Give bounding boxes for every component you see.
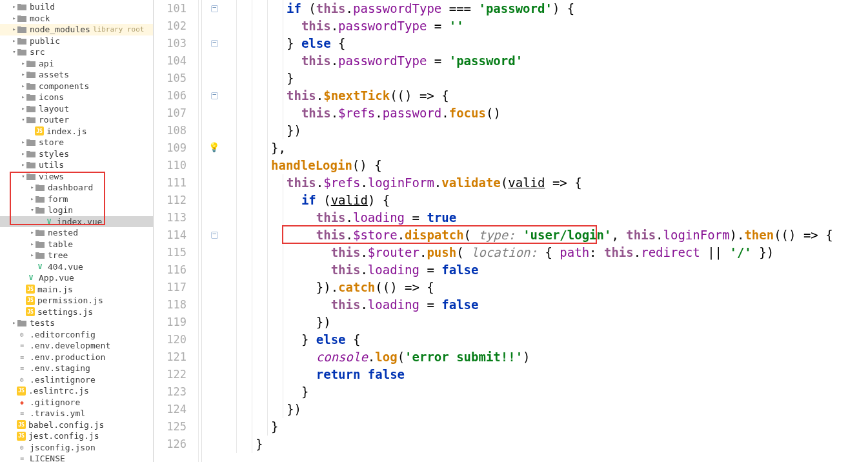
tree-item[interactable]: JSjest.config.js xyxy=(0,430,153,442)
tree-item[interactable]: ▾router xyxy=(0,114,153,126)
expand-arrow-icon[interactable]: ▸ xyxy=(21,137,26,148)
code-line[interactable]: return false xyxy=(225,366,868,383)
code-line[interactable]: }) xyxy=(225,401,868,418)
code-line[interactable]: this.$store.dispatch( type: 'user/login'… xyxy=(225,226,868,244)
code-line[interactable]: } else { xyxy=(225,331,868,348)
tree-item[interactable]: ▸styles xyxy=(0,148,153,160)
expand-arrow-icon[interactable]: ▸ xyxy=(21,69,26,81)
expand-arrow-icon[interactable]: ▸ xyxy=(21,58,26,70)
code-line[interactable]: } xyxy=(225,70,868,87)
tree-item[interactable]: ≡.env.development xyxy=(0,340,153,352)
tree-item[interactable]: VApp.vue xyxy=(0,272,153,284)
tree-item[interactable]: ▸nested xyxy=(0,227,153,239)
code-line[interactable]: console.log('error submit!!') xyxy=(225,348,868,366)
expand-arrow-icon[interactable]: ▸ xyxy=(21,81,26,92)
tree-item[interactable]: ▸icons xyxy=(0,92,153,103)
code-line[interactable]: } xyxy=(225,418,868,436)
fold-toggle-icon[interactable] xyxy=(211,92,218,99)
expand-arrow-icon[interactable]: ▸ xyxy=(12,13,17,25)
tree-item[interactable]: JSpermission.js xyxy=(0,295,153,306)
tree-item[interactable]: ▾views xyxy=(0,171,153,183)
expand-arrow-icon[interactable]: ▸ xyxy=(30,227,35,239)
tree-item[interactable]: ≡.travis.yml xyxy=(0,408,153,419)
code-line[interactable]: }) xyxy=(225,314,868,331)
tree-item[interactable]: JSbabel.config.js xyxy=(0,419,153,431)
tree-item[interactable]: ⚙.eslintignore xyxy=(0,374,153,386)
tree-item[interactable]: ▸store xyxy=(0,137,153,148)
expand-arrow-icon[interactable]: ▸ xyxy=(30,194,35,205)
tree-item[interactable]: ▸layout xyxy=(0,103,153,115)
code-line[interactable]: }) xyxy=(225,122,868,139)
code-line[interactable]: this.passwordType = '' xyxy=(225,17,868,35)
tree-item[interactable]: ▾login xyxy=(0,205,153,216)
expand-arrow-icon[interactable]: ▾ xyxy=(21,171,26,183)
tree-item-label: .env.staging xyxy=(30,363,90,374)
tree-item[interactable]: ▸tests xyxy=(0,317,153,329)
expand-arrow-icon[interactable]: ▸ xyxy=(21,103,26,115)
expand-arrow-icon[interactable]: ▸ xyxy=(21,148,26,160)
expand-arrow-icon[interactable]: ▸ xyxy=(21,159,26,171)
tree-item[interactable]: ⚙jsconfig.json xyxy=(0,442,153,454)
file-tree-sidebar[interactable]: ▸build▸mock▸node_moduleslibrary root▸pub… xyxy=(0,0,154,462)
fold-toggle-icon[interactable] xyxy=(211,5,218,12)
code-line[interactable]: this.$refs.loginForm.validate(valid => { xyxy=(225,174,868,192)
code-line[interactable]: } else { xyxy=(225,35,868,52)
tree-item[interactable]: ≡LICENSE xyxy=(0,453,153,462)
tree-item[interactable]: ▸mock xyxy=(0,13,153,25)
code-line[interactable]: this.passwordType = 'password' xyxy=(225,52,868,70)
expand-arrow-icon[interactable]: ▾ xyxy=(12,46,17,58)
code-line[interactable]: } xyxy=(225,383,868,401)
tree-item[interactable]: ▸form xyxy=(0,194,153,205)
tree-item[interactable]: ▸node_moduleslibrary root xyxy=(0,24,153,35)
file-tree[interactable]: ▸build▸mock▸node_moduleslibrary root▸pub… xyxy=(0,0,153,462)
tree-item[interactable]: ▸table xyxy=(0,239,153,250)
expand-arrow-icon[interactable]: ▸ xyxy=(21,92,26,103)
expand-arrow-icon[interactable]: ▸ xyxy=(12,317,17,329)
tree-item[interactable]: JS.eslintrc.js xyxy=(0,385,153,397)
tree-item[interactable]: Vindex.vue xyxy=(0,216,153,228)
code-line[interactable]: if (this.passwordType === 'password') { xyxy=(225,0,868,17)
expand-arrow-icon[interactable]: ▸ xyxy=(12,24,17,35)
lightbulb-icon[interactable]: 💡 xyxy=(208,142,219,152)
tree-item[interactable]: ▸utils xyxy=(0,159,153,171)
code-line[interactable]: this.$router.push( location: { path: thi… xyxy=(225,244,868,261)
code-line[interactable]: }, xyxy=(225,139,868,157)
tree-item[interactable]: ▸assets xyxy=(0,69,153,81)
code-line[interactable]: this.$refs.password.focus() xyxy=(225,105,868,122)
code-line[interactable]: }).catch(() => { xyxy=(225,279,868,296)
code-line[interactable]: if (valid) { xyxy=(225,192,868,209)
tree-item[interactable]: JSmain.js xyxy=(0,284,153,296)
tree-item[interactable]: JSsettings.js xyxy=(0,306,153,318)
tree-item[interactable]: ▾src xyxy=(0,46,153,58)
code-line[interactable]: handleLogin() { xyxy=(225,157,868,174)
tree-item[interactable]: ⚙.editorconfig xyxy=(0,329,153,341)
tree-item[interactable]: ≡.env.production xyxy=(0,352,153,363)
tree-item[interactable]: ▸tree xyxy=(0,250,153,261)
fold-toggle-icon[interactable] xyxy=(211,232,218,239)
fold-toggle-icon[interactable] xyxy=(211,40,218,47)
expand-arrow-icon[interactable]: ▾ xyxy=(30,205,35,216)
code-editor[interactable]: if (this.passwordType === 'password') { … xyxy=(221,0,868,462)
tree-item[interactable]: ▸dashboard xyxy=(0,182,153,194)
tree-item[interactable]: ◆.gitignore xyxy=(0,397,153,408)
tree-item[interactable]: ▸public xyxy=(0,35,153,47)
expand-arrow-icon[interactable]: ▸ xyxy=(30,250,35,261)
code-line[interactable]: this.loading = true xyxy=(225,209,868,226)
code-line[interactable]: this.loading = false xyxy=(225,296,868,314)
code-line[interactable]: this.loading = false xyxy=(225,261,868,279)
expand-arrow-icon[interactable]: ▸ xyxy=(30,182,35,194)
expand-arrow-icon[interactable]: ▸ xyxy=(12,1,17,13)
code-line[interactable]: } xyxy=(225,436,868,453)
tree-item[interactable]: JSindex.js xyxy=(0,126,153,137)
expand-arrow-icon[interactable]: ▾ xyxy=(21,114,26,126)
expand-arrow-icon[interactable]: ▸ xyxy=(30,239,35,250)
tree-item-label: views xyxy=(39,171,64,183)
tree-item[interactable]: ▸build xyxy=(0,1,153,13)
tree-item[interactable]: ≡.env.staging xyxy=(0,363,153,374)
folder-icon xyxy=(35,228,45,237)
expand-arrow-icon[interactable]: ▸ xyxy=(12,35,17,47)
tree-item[interactable]: V404.vue xyxy=(0,261,153,273)
code-line[interactable]: this.$nextTick(() => { xyxy=(225,87,868,105)
tree-item[interactable]: ▸api xyxy=(0,58,153,70)
tree-item[interactable]: ▸components xyxy=(0,81,153,92)
